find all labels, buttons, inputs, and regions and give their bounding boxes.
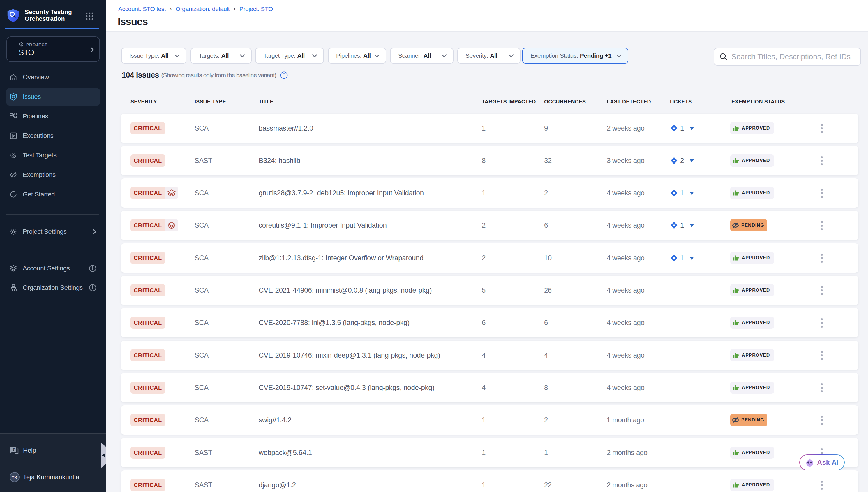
- svg-text:?: ?: [12, 447, 15, 452]
